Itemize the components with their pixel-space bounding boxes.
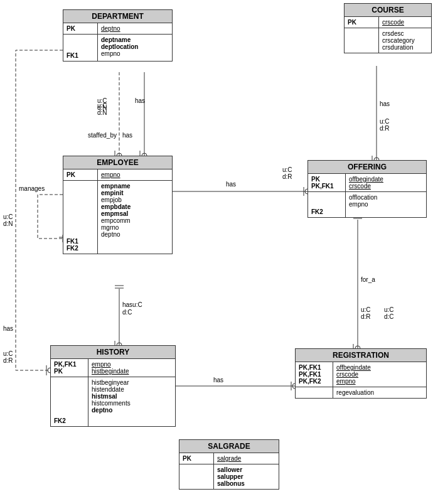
emp-fk2-label: FK2 (67, 245, 94, 252)
emp-empcomm: empcomm (101, 217, 131, 224)
label-for-a: for_a (361, 276, 375, 283)
entity-department: DEPARTMENT PK deptno FK1 deptname deptlo… (63, 9, 173, 62)
off-offbegindate: offbegindate (349, 176, 383, 183)
label-manages: manages (19, 185, 45, 192)
label-uc-dr-reg2: u:Cd:R (361, 306, 371, 320)
reg-regevaluation: regevaluation (336, 389, 374, 396)
dept-attr-deptname: deptname (101, 36, 138, 43)
entity-course: COURSE PK crscode crsdesc crscategory cr… (344, 3, 432, 53)
emp-deptno: deptno (101, 231, 131, 238)
label-hasu-c: hasu:C (122, 301, 142, 308)
emp-fk1-label: FK1 (67, 238, 94, 245)
dept-attr-empno: empno (101, 50, 138, 57)
label-has-course-off: has (380, 100, 390, 107)
label-has-hist-reg: has (213, 377, 223, 383)
reg-pkfk1-label: PK,FK1 (299, 364, 329, 371)
label-has2: has (122, 132, 132, 139)
hist-histmsal: histmsal (92, 393, 131, 400)
entity-history: HISTORY PK,FK1 PK empno histbegindate FK… (50, 345, 176, 427)
hist-histbeginyear: histbeginyear (92, 379, 131, 386)
history-title: HISTORY (51, 346, 175, 359)
course-crscategory: crscategory (382, 37, 415, 44)
label-uc-dn2: u:Cd:N (97, 102, 107, 116)
entity-employee: EMPLOYEE PK empno FK1 FK2 empname (63, 156, 173, 254)
off-empno: empno (349, 201, 377, 208)
emp-mgrno: mgrno (101, 224, 131, 231)
off-pk-label: PK (311, 176, 342, 183)
emp-empjob: empjob (101, 196, 131, 203)
entity-offering: OFFERING PK PK,FK1 offbegindate crscode … (307, 160, 427, 218)
hist-pk2-label: PK (54, 368, 85, 375)
hist-empno: empno (92, 361, 129, 368)
off-pkfk1-label: PK,FK1 (311, 183, 342, 190)
reg-empno: empno (336, 378, 371, 385)
sal-pk-label: PK (183, 455, 210, 462)
sal-salupper: salupper (217, 473, 245, 480)
off-crscode: crscode (349, 183, 383, 190)
off-fk2-label: FK2 (311, 208, 342, 215)
hist-histbegindate: histbegindate (92, 368, 129, 375)
course-crscode: crscode (382, 19, 404, 26)
label-uc-dn-emp: u:Cd:N (3, 213, 13, 227)
sal-sallower: sallower (217, 466, 245, 473)
salgrade-title: SALGRADE (179, 440, 279, 453)
sal-salbonus: salbonus (217, 480, 245, 487)
entity-salgrade: SALGRADE PK salgrade sallower salupper s… (179, 439, 279, 490)
hist-deptno: deptno (92, 407, 131, 414)
employee-title: EMPLOYEE (63, 156, 172, 169)
hist-fk2-label: FK2 (54, 417, 85, 424)
hist-pk1-label: PK,FK1 (54, 361, 85, 368)
emp-pk-attr: empno (101, 171, 120, 178)
course-crsduration: crsduration (382, 44, 415, 51)
reg-pkfk2-label: PK,FK2 (299, 378, 329, 385)
label-uc-dr-off: u:Cd:R (282, 166, 292, 180)
dept-pk-attr: deptno (101, 25, 120, 32)
label-has-left: has (3, 325, 13, 332)
emp-pk-label: PK (67, 171, 94, 178)
label-has-dept: has (135, 97, 145, 104)
course-crsdesc: crsdesc (382, 30, 415, 37)
label-uc-left: u:Cd:R (3, 350, 13, 364)
registration-title: REGISTRATION (296, 349, 426, 362)
label-uc-course: u:Cd:R (380, 118, 390, 132)
emp-empname: empname (101, 183, 131, 190)
label-uc-dc-reg: u:Cd:C (384, 306, 394, 320)
offering-title: OFFERING (308, 161, 426, 174)
sal-salgrade: salgrade (217, 455, 241, 462)
course-pk-label: PK (348, 19, 375, 26)
label-has-emp-off: has (226, 181, 236, 188)
dept-attr-deptlocation: deptlocation (101, 43, 138, 50)
reg-crscode: crscode (336, 371, 371, 378)
entity-registration: REGISTRATION PK,FK1 PK,FK1 PK,FK2 offbeg… (295, 348, 427, 399)
course-title: COURSE (345, 4, 431, 17)
emp-empbdate: empbdate (101, 203, 131, 210)
department-title: DEPARTMENT (63, 10, 172, 23)
reg-offbegindate: offbegindate (336, 364, 371, 371)
off-offlocation: offlocation (349, 194, 377, 201)
hist-histenddate: histenddate (92, 386, 131, 393)
label-staffed-by: staffed_by (88, 132, 117, 139)
erd-diagram: u:Cd:N has staffed_by has u:Cd:N has u:C… (0, 0, 433, 504)
hist-histcomments: histcomments (92, 400, 131, 407)
dept-fk1-label: FK1 (67, 52, 94, 59)
emp-empinit: empinit (101, 190, 131, 196)
dept-pk-label: PK (67, 25, 94, 32)
reg-pkfk12-label: PK,FK1 (299, 371, 329, 378)
label-dc: d:C (122, 309, 132, 316)
emp-empmsal: empmsal (101, 210, 131, 217)
